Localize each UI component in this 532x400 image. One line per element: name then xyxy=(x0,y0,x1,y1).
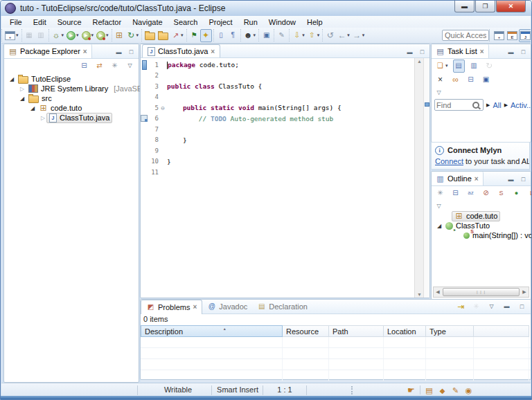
tab-javadoc[interactable]: @Javadoc xyxy=(202,300,252,313)
tutorial-button[interactable]: ◆ xyxy=(438,386,447,394)
scroll-right-icon[interactable]: ▶ xyxy=(520,289,529,295)
tree-item-src[interactable]: ◢src xyxy=(4,93,139,103)
javaee-perspective-button[interactable]: E xyxy=(506,29,519,42)
code-line-5[interactable]: 5⊖ public static void main(String[] args… xyxy=(141,102,429,113)
fold-collapse-icon[interactable]: ⊖ xyxy=(159,104,167,111)
code-line-8[interactable]: 8 } xyxy=(141,135,429,146)
focus-on-active-task-button[interactable]: ✳ xyxy=(470,300,482,313)
editor-vertical-scrollbar[interactable]: ▲ ▼ xyxy=(414,58,424,298)
code-line-10[interactable]: 10} xyxy=(141,156,429,167)
code-line-11[interactable]: 11 xyxy=(141,167,429,178)
minimize-icon[interactable]: ▬ xyxy=(506,47,515,55)
task-list-tab[interactable]: ▤ Task List × xyxy=(432,44,489,58)
package-explorer-tab[interactable]: ▤ Package Explorer × xyxy=(4,44,92,58)
table-row[interactable] xyxy=(141,359,531,370)
tree-item-classtuto-java[interactable]: ▷JClassTuto.java xyxy=(4,113,139,122)
external-tools-button[interactable]: ↗▾ xyxy=(170,29,185,42)
menu-source[interactable]: Source xyxy=(52,17,87,27)
code-editor-area[interactable]: 1package code.tuto;23public class ClassT… xyxy=(141,58,429,298)
todo-overview-marker[interactable] xyxy=(425,102,429,107)
minimize-button[interactable]: ▬ xyxy=(501,300,513,313)
table-row[interactable] xyxy=(141,370,531,381)
tree-item-main-string-void[interactable]: Smain(String[]) : void xyxy=(432,230,531,240)
menu-navigate[interactable]: Navigate xyxy=(127,17,168,27)
view-menu-button[interactable]: ▽ xyxy=(486,300,497,313)
column-header-description[interactable]: Description▴ xyxy=(141,325,283,337)
sort-button[interactable]: az xyxy=(465,187,477,200)
close-icon[interactable]: × xyxy=(211,48,215,55)
task-filter-all-link[interactable]: All xyxy=(493,101,501,109)
next-annotation-button[interactable]: ⇩▾ xyxy=(291,29,306,42)
collapse-arrow-icon[interactable]: ◢ xyxy=(436,223,443,229)
scheduled-view-button[interactable]: ▥ xyxy=(468,60,480,73)
editor-tab-classtuto[interactable]: J ClassTuto.java × xyxy=(142,44,220,57)
menu-edit[interactable]: Edit xyxy=(28,17,52,27)
focus-button[interactable]: ✳ xyxy=(434,187,446,200)
task-filter-activate-link[interactable]: Activ... xyxy=(511,101,532,109)
tree-item-code-tuto[interactable]: ◢⊞code.tuto xyxy=(4,103,139,113)
column-header-type[interactable]: Type xyxy=(426,325,474,337)
mylyn-connect-link[interactable]: Connect xyxy=(435,157,463,165)
maximize-icon[interactable]: □ xyxy=(519,174,528,183)
tree-item-code-tuto[interactable]: ⊞code.tuto xyxy=(432,211,531,221)
debug-button[interactable]: ☼▾ xyxy=(51,29,66,42)
link-with-editor-button[interactable]: ⇄ xyxy=(94,60,105,73)
open-perspective-button[interactable]: + xyxy=(493,29,506,42)
generate-javadoc-button[interactable]: ↻▾ xyxy=(125,29,141,42)
collapse-all-button[interactable]: ⊟ xyxy=(78,60,90,73)
code-line-4[interactable]: 4 xyxy=(141,92,429,103)
table-row[interactable] xyxy=(141,348,531,359)
window-close-button[interactable]: ✕ xyxy=(496,1,526,12)
hide-non-public-button[interactable]: ● xyxy=(511,187,522,200)
close-icon[interactable]: × xyxy=(193,303,197,311)
collapse-arrow-icon[interactable]: ◢ xyxy=(19,96,26,102)
tree-item-tutoeclipse[interactable]: ◢TutoEclipse xyxy=(4,74,139,84)
block-selection-button[interactable]: ▯ xyxy=(215,29,227,42)
hide-fields-button[interactable]: ⊘ xyxy=(480,187,492,200)
open-type-button[interactable]: ⚑ xyxy=(188,29,200,42)
task-marker-icon[interactable] xyxy=(141,115,148,122)
tree-item-jre-system-library[interactable]: ▷JRE System Library[JavaSE-1.8] xyxy=(4,84,139,93)
task-focus-hand-button[interactable]: ☛ xyxy=(407,386,416,394)
column-header-location[interactable]: Location xyxy=(384,325,426,337)
tab-problems[interactable]: ◩Problems× xyxy=(141,300,202,314)
minimize-icon[interactable]: ▬ xyxy=(114,47,123,55)
java-perspective-button[interactable]: J xyxy=(519,29,531,42)
menu-run[interactable]: Run xyxy=(238,17,263,27)
synchronize-button[interactable]: ↻ xyxy=(484,60,495,73)
task-find-input[interactable] xyxy=(435,100,472,110)
menu-window[interactable]: Window xyxy=(263,17,301,27)
column-header-resource[interactable]: Resource xyxy=(283,325,329,337)
collapse-arrow-icon[interactable]: ◢ xyxy=(29,105,36,111)
code-line-9[interactable]: 9 xyxy=(141,145,429,156)
pulldown-menu-button[interactable]: ▽ xyxy=(124,60,136,73)
quick-access-input[interactable] xyxy=(442,30,489,41)
categorized-view-button[interactable]: ▤ xyxy=(453,60,465,73)
user-profile-button[interactable]: ☻▾ xyxy=(242,29,258,42)
maximize-icon[interactable]: □ xyxy=(519,47,528,55)
collapse-all-button[interactable]: ⊟ xyxy=(450,187,461,200)
code-line-2[interactable]: 2 xyxy=(141,71,429,82)
close-icon[interactable]: × xyxy=(83,48,87,55)
table-row[interactable] xyxy=(141,337,531,348)
outline-tab[interactable]: ▥ Outline × xyxy=(432,172,484,185)
new-java-project-button[interactable]: ⊞ xyxy=(114,29,125,42)
maximize-icon[interactable]: □ xyxy=(127,47,136,55)
last-edit-location-button[interactable]: ↺ xyxy=(324,29,336,42)
code-line-7[interactable]: 7 xyxy=(141,124,429,135)
expander-icon[interactable]: ▽ xyxy=(434,201,443,209)
task-repositories-button[interactable]: ▣ xyxy=(480,73,492,87)
profile-button[interactable]: ▶▾ xyxy=(95,29,110,42)
minimize-icon[interactable]: ▬ xyxy=(405,47,414,55)
coverage-button[interactable]: ▶▾ xyxy=(80,29,96,42)
tree-item-classtuto[interactable]: ◢ClassTuto xyxy=(432,221,531,230)
new-task-button[interactable]: ❑▾ xyxy=(434,60,450,73)
column-header-path[interactable]: Path xyxy=(329,325,384,337)
maximize-icon[interactable]: □ xyxy=(418,47,427,55)
help-book-button[interactable]: ▤ xyxy=(425,386,434,394)
expand-arrow-icon[interactable]: ▷ xyxy=(19,86,26,92)
minimize-icon[interactable]: ▬ xyxy=(506,174,515,183)
new-wizard-button[interactable]: +▾ xyxy=(3,29,20,42)
focus-on-workweek-button[interactable]: ∞ xyxy=(450,73,461,87)
open-console-button[interactable]: ▣ xyxy=(260,29,272,42)
